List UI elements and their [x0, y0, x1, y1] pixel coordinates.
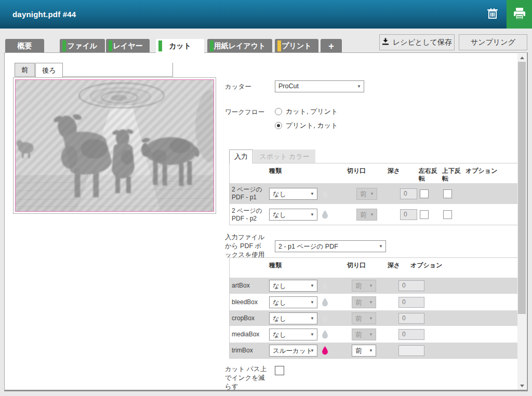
depth-input: 0: [398, 329, 424, 340]
workflow-option-print-cut[interactable]: プリント, カット: [275, 121, 338, 130]
tab-media-layout[interactable]: 用紙レイアウト: [207, 39, 272, 53]
tab-status-marker: [277, 40, 281, 51]
ink-droplet-icon: [322, 281, 328, 290]
tab-input[interactable]: 入力: [229, 149, 253, 163]
tab-label: 後ろ: [42, 66, 56, 75]
reduce-ink-checkbox[interactable]: [275, 366, 284, 375]
depth-input: 0: [398, 313, 424, 324]
cut-side-select: 前: [356, 209, 377, 221]
tab-overview[interactable]: 概要: [5, 39, 44, 53]
ink-droplet-icon-magenta: [322, 346, 328, 355]
radio-label: カット, プリント: [286, 107, 338, 116]
add-tab-button[interactable]: +: [321, 39, 342, 53]
row-label: artBox: [230, 282, 269, 290]
sampling-button[interactable]: サンプリング: [459, 34, 527, 50]
tab-label: カット: [169, 42, 191, 51]
pdfbox-source-select[interactable]: 2 - p1 ページの PDF: [275, 240, 386, 252]
table-header-row: 種類 切り口 深さ 左右反転 上下反転 オプション: [230, 163, 517, 183]
workflow-label: ワークフロー: [225, 108, 264, 117]
col-options: オプション: [410, 258, 517, 269]
pdfbox-selected-value: 2 - p1 ページの PDF: [278, 243, 338, 250]
row-label: 2 ページの PDF - p2: [230, 207, 269, 223]
save-as-recipe-button[interactable]: レシピとして保存: [379, 34, 455, 50]
plus-icon: +: [328, 40, 334, 52]
table-row: 2 ページの PDF - p1 なし 前 0: [230, 183, 517, 204]
cutter-label: カッター: [225, 83, 251, 91]
scrollbar-thumb[interactable]: [518, 62, 526, 314]
print-button[interactable]: [507, 0, 532, 29]
type-value: スルーカット: [273, 347, 312, 354]
row-label: trimBox: [230, 347, 269, 354]
col-depth: 深さ: [388, 258, 410, 269]
col-flip-h: 左右反転: [419, 163, 442, 183]
tab-label: スポット カラー: [259, 152, 309, 161]
tab-front-side[interactable]: 前: [15, 63, 35, 77]
workflow-option-cut-print[interactable]: カット, プリント: [275, 107, 338, 116]
cut-side-select: 前: [352, 296, 376, 308]
type-select[interactable]: なし: [269, 209, 317, 221]
input-pages-table: 種類 切り口 深さ 左右反転 上下反転 オプション 2 ページの PDF - p…: [229, 163, 518, 225]
app-header: daynight.pdf #44: [0, 0, 532, 29]
table-row: bleedBox なし 前 0: [230, 294, 517, 310]
type-select[interactable]: なし: [269, 329, 317, 340]
ink-droplet-icon: [322, 210, 328, 219]
tab-label: 用紙レイアウト: [214, 42, 266, 51]
ink-droplet-icon: [322, 298, 328, 307]
table-row: cropBox なし 前 0: [230, 310, 517, 326]
vertical-scrollbar[interactable]: [517, 53, 526, 390]
col-cut: 切り口: [347, 163, 388, 175]
scroll-down-button[interactable]: [517, 381, 526, 390]
tab-back-side[interactable]: 後ろ: [35, 63, 63, 77]
cut-side-select[interactable]: 前: [352, 345, 376, 357]
tab-cut[interactable]: カット: [156, 39, 204, 53]
tab-label: 概要: [18, 42, 32, 51]
type-select[interactable]: なし: [269, 312, 317, 324]
type-select[interactable]: なし: [269, 296, 317, 308]
trash-icon: [487, 7, 498, 22]
scroll-up-button[interactable]: [517, 53, 526, 62]
depth-input: 0: [398, 297, 424, 308]
radio-icon: [275, 108, 282, 115]
tab-status-marker: [62, 40, 66, 51]
type-value: なし: [273, 315, 286, 322]
cut-side-select: 前: [352, 280, 376, 292]
cutter-select[interactable]: ProCut: [275, 80, 364, 92]
tab-layer[interactable]: レイヤー: [106, 39, 150, 53]
type-value: なし: [273, 211, 286, 219]
tab-print[interactable]: プリント: [275, 39, 318, 53]
pdfbox-source-label: 入力ファイルから PDF ボックスを使用: [225, 233, 268, 260]
tab-label: 入力: [234, 152, 248, 161]
type-select[interactable]: スルーカット: [269, 345, 317, 357]
row-label: 2 ページの PDF - p1: [230, 186, 269, 201]
pdf-boxes-table: 種類 切り口 深さ オプション artBox なし 前 0 bleedBox: [229, 257, 518, 359]
cut-value: 前: [355, 331, 362, 338]
cut-value: 前: [355, 347, 362, 354]
col-flip-v: 上下反転: [442, 163, 466, 183]
ink-droplet-icon: [322, 189, 328, 198]
type-value: なし: [273, 299, 286, 306]
tab-status-marker: [158, 40, 162, 51]
tab-file[interactable]: ファイル: [60, 39, 105, 53]
col-options: オプション: [466, 163, 517, 175]
radio-label: プリント, カット: [286, 121, 338, 130]
table-row: artBox なし 前 0: [230, 278, 517, 294]
reduce-ink-label: カット パス上でインクを減らす: [225, 365, 267, 391]
job-preview-image: [15, 79, 214, 212]
type-value: なし: [273, 331, 286, 338]
row-label: mediaBox: [230, 331, 269, 338]
cutter-selected-value: ProCut: [278, 83, 299, 90]
flip-horizontal-checkbox[interactable]: [420, 210, 429, 219]
flip-vertical-checkbox[interactable]: [443, 210, 452, 219]
flip-horizontal-checkbox[interactable]: [420, 189, 429, 198]
type-select[interactable]: なし: [269, 188, 317, 200]
flip-vertical-checkbox[interactable]: [443, 189, 452, 198]
radio-icon-checked: [275, 122, 282, 129]
cut-value: 前: [355, 299, 362, 306]
delete-job-button[interactable]: [485, 7, 500, 22]
cut-value: 前: [360, 211, 367, 219]
depth-input[interactable]: [398, 345, 424, 356]
depth-input: 0: [400, 209, 417, 220]
type-select[interactable]: なし: [269, 280, 317, 292]
table-header-row: 種類 切り口 深さ オプション: [230, 258, 517, 278]
row-label: bleedBox: [230, 298, 269, 306]
